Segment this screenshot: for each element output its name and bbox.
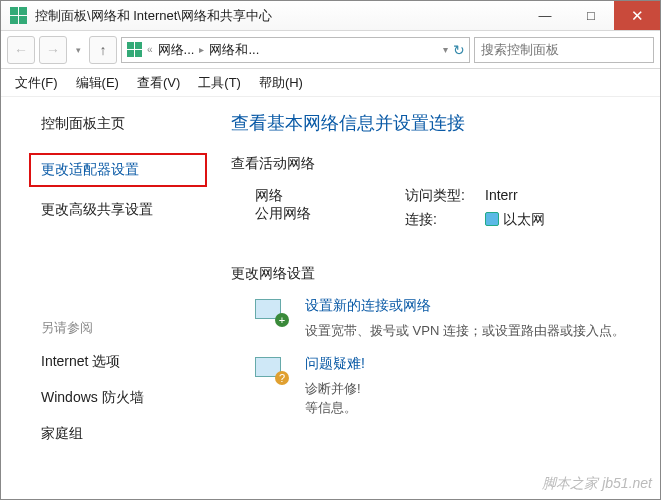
navigation-row: ← → ▾ ↑ « 网络... ▸ 网络和... ▾ ↻ [1, 31, 660, 69]
titlebar: 控制面板\网络和 Internet\网络和共享中心 — □ ✕ [1, 1, 660, 31]
troubleshoot-icon: ? [255, 355, 289, 385]
page-heading: 查看基本网络信息并设置连接 [231, 111, 650, 135]
up-button[interactable]: ↑ [89, 36, 117, 64]
breadcrumb-seg-1[interactable]: 网络... [158, 41, 195, 59]
setup-connection-link[interactable]: 设置新的连接或网络 [305, 297, 625, 315]
address-dropdown-icon[interactable]: ▾ [443, 44, 448, 55]
minimize-button[interactable]: — [522, 1, 568, 30]
menu-bar: 文件(F) 编辑(E) 查看(V) 工具(T) 帮助(H) [1, 69, 660, 97]
breadcrumb-seg-2[interactable]: 网络和... [209, 41, 259, 59]
sidebar-advanced-sharing[interactable]: 更改高级共享设置 [41, 201, 207, 219]
menu-edit[interactable]: 编辑(E) [76, 74, 119, 92]
window-title: 控制面板\网络和 Internet\网络和共享中心 [35, 7, 522, 25]
menu-help[interactable]: 帮助(H) [259, 74, 303, 92]
forward-button[interactable]: → [39, 36, 67, 64]
setup-connection-desc: 设置宽带、拨号或 VPN 连接；或设置路由器或接入点。 [305, 321, 625, 341]
window-buttons: — □ ✕ [522, 1, 660, 30]
access-type-value: Interr [485, 187, 518, 205]
back-button[interactable]: ← [7, 36, 35, 64]
connection-link[interactable]: 以太网 [485, 211, 545, 229]
watermark: 脚本之家 jb51.net [542, 475, 652, 493]
active-network-label: 查看活动网络 [231, 155, 650, 173]
connection-label: 连接: [405, 211, 485, 229]
menu-view[interactable]: 查看(V) [137, 74, 180, 92]
refresh-icon[interactable]: ↻ [453, 42, 465, 58]
sidebar: 控制面板主页 更改适配器设置 更改高级共享设置 另请参阅 Internet 选项… [1, 97, 231, 499]
sidebar-see-also-label: 另请参阅 [41, 319, 207, 337]
maximize-button[interactable]: □ [568, 1, 614, 30]
address-bar[interactable]: « 网络... ▸ 网络和... ▾ ↻ [121, 37, 470, 63]
connection-value: 以太网 [503, 211, 545, 227]
main-panel: 查看基本网络信息并设置连接 查看活动网络 网络 公用网络 访问类型: Inter… [231, 97, 660, 499]
menu-file[interactable]: 文件(F) [15, 74, 58, 92]
breadcrumb-sep-icon: ▸ [199, 44, 204, 55]
troubleshoot-link[interactable]: 问题疑难! [305, 355, 365, 373]
sidebar-windows-firewall[interactable]: Windows 防火墙 [41, 389, 207, 407]
sidebar-internet-options[interactable]: Internet 选项 [41, 353, 207, 371]
search-input[interactable] [474, 37, 654, 63]
access-type-label: 访问类型: [405, 187, 485, 205]
content-area: 控制面板主页 更改适配器设置 更改高级共享设置 另请参阅 Internet 选项… [1, 97, 660, 499]
close-button[interactable]: ✕ [614, 1, 660, 30]
network-block: 网络 公用网络 访问类型: Interr 连接: 以太网 [231, 187, 650, 235]
troubleshoot-desc: 诊断并修! 等信息。 [305, 379, 365, 418]
menu-tools[interactable]: 工具(T) [198, 74, 241, 92]
setup-new-connection-row: + 设置新的连接或网络 设置宽带、拨号或 VPN 连接；或设置路由器或接入点。 [231, 297, 650, 341]
control-panel-icon [9, 7, 27, 25]
breadcrumb-sep-icon: « [147, 44, 153, 55]
network-type: 公用网络 [255, 205, 405, 223]
sidebar-home[interactable]: 控制面板主页 [41, 115, 207, 133]
sidebar-homegroup[interactable]: 家庭组 [41, 425, 207, 443]
change-network-label: 更改网络设置 [231, 265, 650, 283]
history-dropdown[interactable]: ▾ [71, 45, 85, 55]
location-icon [126, 42, 142, 58]
setup-connection-icon: + [255, 297, 289, 327]
sidebar-change-adapter[interactable]: 更改适配器设置 [29, 153, 207, 187]
troubleshoot-row: ? 问题疑难! 诊断并修! 等信息。 [231, 355, 650, 418]
network-name: 网络 [255, 187, 405, 205]
ethernet-icon [485, 212, 499, 226]
